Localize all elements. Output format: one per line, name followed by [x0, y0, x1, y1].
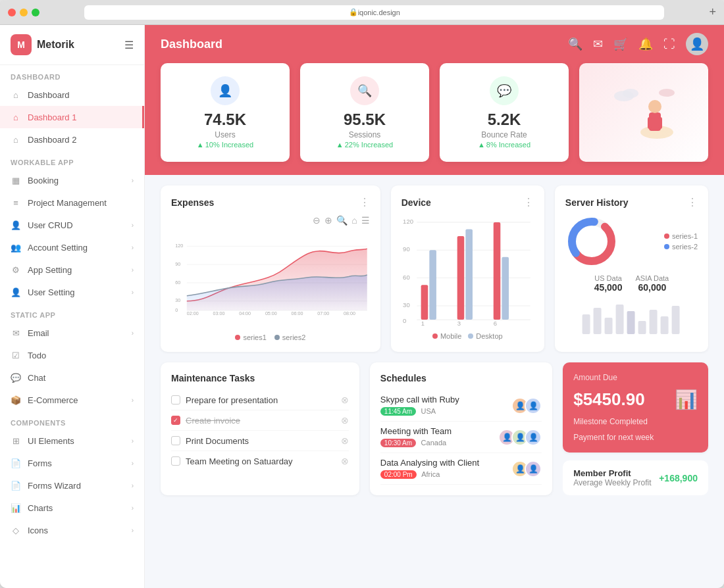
us-data-label: US Data [594, 274, 623, 282]
svg-text:3: 3 [457, 320, 460, 327]
sidebar-item-user-setting[interactable]: 👤 User Setting › [0, 281, 144, 303]
svg-rect-39 [493, 222, 500, 320]
svg-point-6 [623, 89, 638, 98]
header-actions: 🔍 ✉ 🛒 🔔 ⛶ 👤 [568, 33, 708, 55]
toolbar-icon-3[interactable]: 🔍 [336, 215, 348, 226]
minimize-dot[interactable] [20, 9, 28, 16]
task-remove-1[interactable]: ⊗ [341, 395, 349, 405]
member-profit-sub: Average Weekly Profit [573, 478, 651, 487]
cart-icon[interactable]: 🛒 [613, 37, 628, 51]
maintenance-title: Maintenance Tasks [171, 373, 349, 383]
sidebar-item-booking[interactable]: ▦ Booking › [0, 169, 144, 191]
svg-rect-3 [648, 117, 652, 129]
search-icon[interactable]: 🔍 [568, 37, 582, 51]
new-tab-button[interactable]: + [709, 5, 716, 19]
svg-text:03:00: 03:00 [213, 311, 225, 316]
sidebar-item-user-crud[interactable]: 👤 User CRUD › [0, 214, 144, 236]
toolbar-icon-1[interactable]: ⊖ [313, 215, 321, 226]
device-chart-title: Device [401, 197, 431, 208]
task-label-2: Create invoice [186, 416, 336, 426]
toolbar-icon-2[interactable]: ⊕ [324, 215, 332, 226]
users-stat-icon: 👤 [211, 76, 240, 105]
svg-rect-53 [649, 310, 657, 334]
home-icon: ⌂ [11, 112, 21, 122]
sliders-icon: ≡ [11, 197, 21, 208]
expand-icon[interactable]: ⛶ [663, 37, 675, 51]
bell-icon[interactable]: 🔔 [638, 37, 653, 51]
schedule-location-3: Africa [421, 470, 440, 478]
toolbar-icon-5[interactable]: ☰ [361, 215, 370, 226]
sidebar-item-todo[interactable]: ☑ Todo [0, 344, 144, 366]
address-bar[interactable]: 🔒 iqonic.design [84, 5, 664, 20]
task-remove-3[interactable]: ⊗ [341, 435, 349, 446]
browser-titlebar: 🔒 iqonic.design + [0, 0, 724, 25]
expenses-chart-header: Expenses ⋮ [171, 196, 370, 208]
task-item-2: ✓ Create invoice ⊗ [171, 410, 349, 431]
task-checkbox-1[interactable] [171, 395, 180, 404]
device-svg: 120 90 60 30 0 [401, 215, 534, 327]
svg-text:04:00: 04:00 [239, 311, 251, 316]
sidebar-item-charts[interactable]: 📊 Charts › [0, 497, 144, 519]
sidebar-item-chat[interactable]: 💬 Chat [0, 366, 144, 389]
task-remove-2[interactable]: ⊗ [341, 415, 349, 426]
bar-chart-icon: 📊 [11, 502, 21, 513]
email-icon: ✉ [11, 328, 21, 338]
schedule-title-2: Meeting with Team [380, 426, 493, 436]
sched-avatar-2c: 👤 [525, 429, 542, 446]
us-data-value: 45,000 [594, 282, 623, 293]
svg-text:90: 90 [175, 262, 180, 267]
close-dot[interactable] [8, 9, 16, 16]
mail-icon[interactable]: ✉ [593, 37, 603, 51]
users-stat-label: Users [215, 130, 235, 139]
page-title: Dashboard [161, 37, 222, 51]
server-menu-icon[interactable]: ⋮ [687, 196, 698, 208]
server-chart-card: Server History ⋮ [555, 185, 708, 352]
sidebar-item-icons[interactable]: ◇ Icons › [0, 519, 144, 541]
schedule-item-1: Skype call with Ruby 11:45 Am USA 👤 👤 [380, 390, 542, 422]
svg-point-7 [659, 89, 675, 97]
toolbar-icon-4[interactable]: ⌂ [351, 215, 357, 226]
sidebar-item-forms-wizard[interactable]: 📄 Forms Wizard › [0, 474, 144, 497]
device-chart-header: Device ⋮ [401, 196, 534, 208]
sidebar-item-project-management[interactable]: ≡ Project Management [0, 191, 144, 214]
task-remove-4[interactable]: ⊗ [341, 456, 349, 466]
device-menu-icon[interactable]: ⋮ [523, 196, 534, 208]
svg-rect-52 [638, 321, 646, 334]
chevron-right-icon: › [132, 222, 134, 229]
task-item-1: Prepare for presentation ⊗ [171, 390, 349, 410]
server-bar-svg [565, 298, 698, 337]
sidebar-item-dashboard1[interactable]: ⌂ Dashboard 1 [0, 106, 144, 128]
stat-card-bounce: 💬 5.2K Bounce Rate ▲ 8% Increased [440, 63, 569, 162]
sidebar-item-ecommerce[interactable]: 📦 E-Commerce › [0, 389, 144, 411]
stats-row: 👤 74.5K Users ▲ 10% Increased 🔍 95.5K Se… [145, 63, 724, 175]
legend-dot-s1 [664, 233, 669, 239]
sidebar-section-static: Static App [0, 303, 144, 322]
svg-rect-47 [582, 314, 590, 334]
server-stats: US Data 45,000 ASIA Data 60,000 [565, 274, 698, 293]
svg-text:6: 6 [493, 320, 496, 327]
sidebar-item-email[interactable]: ✉ Email › [0, 322, 144, 344]
sched-avatar-3b: 👤 [525, 460, 542, 478]
sidebar-item-account-setting[interactable]: 👥 Account Setting › [0, 236, 144, 258]
server-chart-title: Server History [565, 197, 629, 208]
sidebar-item-ui-elements[interactable]: ⊞ UI Elements › [0, 429, 144, 452]
svg-text:60: 60 [403, 274, 410, 281]
hamburger-icon[interactable]: ☰ [124, 39, 134, 51]
svg-rect-35 [421, 285, 428, 320]
legend-series1: series1 [235, 333, 266, 341]
sidebar-item-dashboard[interactable]: ⌂ Dashboard [0, 84, 144, 106]
sidebar-item-app-setting[interactable]: ⚙ App Setting › [0, 258, 144, 281]
svg-rect-55 [671, 306, 679, 334]
avatar[interactable]: 👤 [686, 33, 708, 55]
chat-icon: 💬 [11, 372, 21, 383]
sessions-stat-icon: 🔍 [350, 76, 379, 105]
expenses-menu-icon[interactable]: ⋮ [359, 196, 370, 208]
task-checkbox-3[interactable] [171, 436, 180, 445]
task-checkbox-4[interactable] [171, 456, 180, 466]
task-checkbox-2[interactable]: ✓ [171, 416, 180, 425]
sidebar-item-dashboard2[interactable]: ⌂ Dashboard 2 [0, 128, 144, 151]
schedule-item-3: Data Analysing with Client 02:00 Pm Afri… [380, 453, 542, 485]
schedule-title-1: Skype call with Ruby [380, 395, 506, 404]
sidebar-item-forms[interactable]: 📄 Forms › [0, 452, 144, 474]
maximize-dot[interactable] [32, 9, 39, 16]
